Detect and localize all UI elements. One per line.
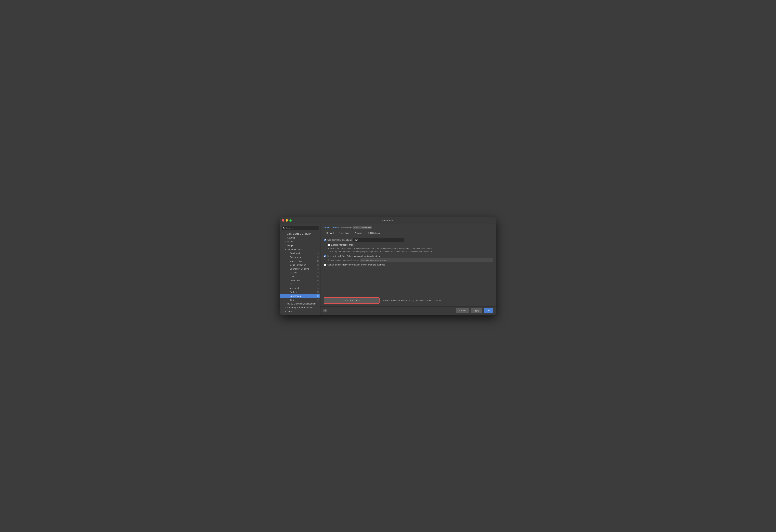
sidebar-item-label: Perforce <box>290 291 298 293</box>
interactive-description-line2: This is required to handle password/pass… <box>328 250 432 253</box>
sidebar-item-label: Build, Execution, Deployment <box>287 302 316 305</box>
sidebar-item-git[interactable]: Git ⊞ <box>280 282 320 286</box>
general-panel: Use command line client: Enable interact… <box>321 235 496 295</box>
sidebar-item-tfs[interactable]: TFS ⊞ <box>280 298 320 302</box>
sidebar-item-label: Issue Navigation <box>290 264 306 266</box>
update-admin-checkbox[interactable] <box>324 264 326 266</box>
sidebar-item-ignored-files[interactable]: Ignored Files ⊞ <box>280 259 320 263</box>
breadcrumb-badge: ⊞ For current project <box>353 226 372 229</box>
sidebar-item-label: Editor <box>287 240 293 243</box>
tab-general[interactable]: General <box>324 231 336 235</box>
config-dir-row: Subversion configuration directory: <box>328 258 493 262</box>
arrow-spacer <box>287 260 289 262</box>
sidebar-item-issue-navigation[interactable]: Issue Navigation ⊞ <box>280 263 320 267</box>
arrow-icon: ▶ <box>285 233 287 235</box>
sidebar-item-label: Tools <box>287 310 293 313</box>
sidebar-item-perforce[interactable]: Perforce ⊞ <box>280 290 320 294</box>
minimize-button[interactable] <box>286 219 288 222</box>
sidebar-item-clearcase[interactable]: ClearCase ⊞ <box>280 278 320 282</box>
use-system-default-label: Use system default Subversion configurat… <box>327 255 380 257</box>
arrow-spacer <box>287 252 289 254</box>
use-system-default-row: Use system default Subversion configurat… <box>324 255 493 257</box>
page-icon: ⊞ <box>317 283 319 285</box>
sidebar-item-editor[interactable]: ▶ Editor <box>280 240 320 244</box>
arrow-spacer <box>285 237 287 239</box>
arrow-icon: ▼ <box>285 248 287 250</box>
page-icon: ⊞ <box>317 252 319 254</box>
sidebar-item-label: CVS <box>290 275 294 278</box>
update-admin-row: Update administrative information only i… <box>324 263 493 266</box>
sidebar: 🔍 ▶ Appearance & Behavior Keymap ▶ Edito… <box>280 224 321 315</box>
badge-icon: ⊞ <box>354 226 355 228</box>
sidebar-item-label: Background <box>290 256 302 258</box>
maximize-button[interactable] <box>289 219 292 222</box>
apply-button[interactable]: Apply <box>470 308 482 313</box>
sidebar-item-mercurial[interactable]: Mercurial ⊞ <box>280 286 320 290</box>
arrow-spacer <box>287 299 289 301</box>
preferences-window: Preferences 🔍 ▶ Appearance & Behavior Ke… <box>280 217 496 315</box>
page-icon: ⊞ <box>317 268 319 270</box>
enable-interactive-label: Enable interactive mode <box>331 244 355 246</box>
sidebar-item-label: GitHub <box>290 271 297 274</box>
help-button[interactable]: ? <box>323 309 327 312</box>
page-icon: ⊞ <box>317 279 319 282</box>
breadcrumb-separator: › <box>340 226 340 229</box>
tab-presentation[interactable]: Presentation <box>336 231 353 235</box>
sidebar-item-confirmation[interactable]: Confirmation ⊞ <box>280 251 320 255</box>
tab-network[interactable]: Network <box>353 231 365 235</box>
ok-button[interactable]: OK <box>484 308 494 313</box>
sidebar-item-label: ClearCase <box>290 279 300 282</box>
page-icon: ⊞ <box>317 291 319 293</box>
arrow-spacer <box>287 295 289 297</box>
sidebar-item-tools[interactable]: ▶ Tools <box>280 309 320 313</box>
sidebar-item-languages[interactable]: ▶ Languages & Frameworks <box>280 306 320 309</box>
cmd-client-input[interactable] <box>353 238 404 242</box>
sidebar-item-cvs[interactable]: CVS ⊞ <box>280 275 320 278</box>
footer: ? Cancel Apply OK <box>321 306 496 315</box>
arrow-icon: ▶ <box>285 307 287 308</box>
close-button[interactable] <box>282 219 284 222</box>
window-title: Preferences <box>382 219 394 222</box>
arrow-spacer <box>287 283 289 285</box>
interactive-description: Emulates the behavior when Subversion co… <box>328 247 493 253</box>
sidebar-item-appearance[interactable]: ▶ Appearance & Behavior <box>280 232 320 236</box>
arrow-spacer <box>287 279 289 281</box>
tab-ssh-settings[interactable]: SSH Settings <box>365 231 382 235</box>
cancel-button[interactable]: Cancel <box>456 308 469 313</box>
search-icon: 🔍 <box>283 227 285 229</box>
search-box[interactable]: 🔍 <box>281 226 319 230</box>
main-header: Version Control › Subversion ⊞ For curre… <box>321 224 496 235</box>
sidebar-item-label: Git <box>290 283 293 286</box>
badge-text: For current project <box>356 226 371 228</box>
arrow-icon: ▶ <box>285 303 287 305</box>
sidebar-item-background[interactable]: Background ⊞ <box>280 255 320 259</box>
main-content: 🔍 ▶ Appearance & Behavior Keymap ▶ Edito… <box>280 224 496 315</box>
config-dir-label: Subversion configuration directory: <box>328 259 359 261</box>
clear-auth-cache-button[interactable]: Clear Auth Cache <box>324 297 380 304</box>
sidebar-item-version-control[interactable]: ▼ Version Control <box>280 247 320 251</box>
page-icon: ⊞ <box>317 260 319 262</box>
sidebar-item-label: Confirmation <box>290 252 302 255</box>
sidebar-item-label: Subversion <box>290 295 301 297</box>
enable-interactive-checkbox[interactable] <box>328 244 330 246</box>
sidebar-item-changelist-conflicts[interactable]: Changelist Conflicts ⊞ <box>280 267 320 271</box>
use-system-default-checkbox[interactable] <box>324 255 326 257</box>
sidebar-item-subversion[interactable]: Subversion ⊞ <box>280 294 320 298</box>
arrow-spacer <box>287 291 289 293</box>
use-cmd-client-row: Use command line client: <box>324 238 493 242</box>
use-cmd-client-checkbox[interactable] <box>324 239 326 241</box>
sidebar-item-label: Mercurial <box>290 287 299 289</box>
sidebar-item-label: Plugins <box>287 244 295 247</box>
footer-left: ? <box>323 309 327 312</box>
sidebar-item-build[interactable]: ▶ Build, Execution, Deployment <box>280 302 320 306</box>
sidebar-item-plugins[interactable]: Plugins <box>280 244 320 247</box>
window-controls <box>282 219 292 222</box>
sidebar-item-github[interactable]: GitHub ⊞ <box>280 271 320 275</box>
page-icon: ⊞ <box>317 264 319 266</box>
search-input[interactable] <box>286 227 318 229</box>
config-dir-input[interactable] <box>360 258 493 262</box>
sidebar-item-label: Changelist Conflicts <box>290 268 309 270</box>
breadcrumb-part2: Subversion <box>341 226 352 229</box>
sidebar-item-keymap[interactable]: Keymap <box>280 236 320 240</box>
arrow-spacer <box>285 245 287 246</box>
